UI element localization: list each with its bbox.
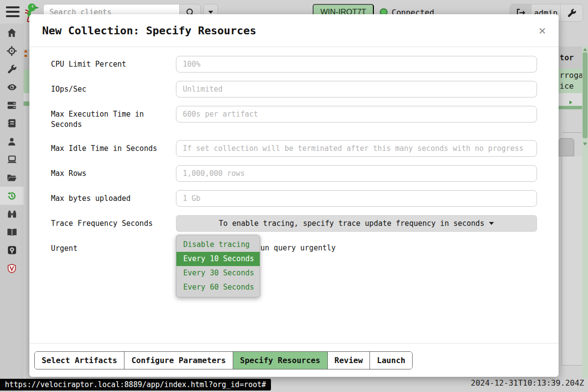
- page-scrollbar[interactable]: [582, 47, 588, 378]
- max-execution-time-input[interactable]: [176, 106, 537, 122]
- form-row-max-idle-time: Max Idle Time in Seconds: [51, 140, 537, 157]
- field-label: CPU Limit Percent: [51, 56, 176, 70]
- chevron-down-icon: [489, 222, 494, 225]
- sidebar-item-vfs[interactable]: [0, 150, 24, 169]
- field-label: Max Execution Time in Seconds: [51, 106, 176, 130]
- modal-header: New Collection: Specify Resources ✕: [29, 14, 559, 47]
- step-select-artifacts[interactable]: Select Artifacts: [35, 352, 124, 369]
- menu-item-every-60-seconds[interactable]: Every 60 Seconds: [176, 280, 260, 294]
- cpu-limit-input[interactable]: [176, 56, 537, 73]
- menu-toggle-icon[interactable]: [6, 6, 20, 17]
- bg-header-line-right: [563, 132, 582, 133]
- sidebar-item-server-artifacts[interactable]: [0, 96, 24, 114]
- scroll-down-icon[interactable]: [583, 143, 587, 146]
- field-label: IOps/Sec: [51, 81, 176, 95]
- bg-divider-left: [24, 101, 29, 106]
- form-row-urgent: Urgent Skip queues and run query urgentl…: [51, 240, 537, 254]
- wizard-footer: Select Artifacts Configure Parameters Sp…: [29, 343, 559, 377]
- sidebar-item-hunts[interactable]: [0, 42, 24, 60]
- wrench-icon: [7, 64, 17, 74]
- step-launch[interactable]: Launch: [369, 352, 412, 369]
- browser-status-url: https://velociraptor.local:8889/app/inde…: [0, 379, 271, 391]
- form-row-cpu-limit: CPU Limit Percent: [51, 56, 537, 73]
- form-row-max-rows: Max Rows: [51, 165, 537, 182]
- sidebar-item-flows-history[interactable]: [0, 187, 24, 205]
- sidebar-item-host-info[interactable]: [0, 132, 24, 150]
- trace-dropdown-label: To enable tracing, specify trace update …: [219, 219, 485, 228]
- field-label: Max bytes uploaded: [51, 190, 176, 204]
- sidebar-nav: [0, 24, 24, 392]
- settings-button[interactable]: [560, 4, 583, 21]
- eye-icon: [7, 83, 17, 91]
- sidebar-item-docs[interactable]: [0, 223, 24, 241]
- field-label: Urgent: [51, 240, 176, 254]
- chevron-down-icon: [208, 11, 213, 14]
- field-label: Max Idle Time in Seconds: [51, 140, 176, 154]
- bg-toolbar-left: [24, 93, 29, 101]
- bg-divider-right: [559, 106, 582, 109]
- new-collection-modal: New Collection: Specify Resources ✕ CPU …: [29, 14, 559, 377]
- step-review[interactable]: Review: [327, 352, 370, 369]
- max-bytes-input[interactable]: [176, 190, 537, 207]
- crosshairs-icon: [7, 46, 17, 56]
- badge-icon: [7, 245, 17, 255]
- sidebar-item-client-events[interactable]: [0, 205, 24, 223]
- sidebar-item-artifacts[interactable]: [0, 60, 24, 78]
- sidebar-item-community[interactable]: [0, 241, 24, 259]
- bg-dot: [24, 55, 27, 57]
- max-rows-input[interactable]: [176, 165, 537, 182]
- close-icon[interactable]: ✕: [539, 24, 546, 36]
- book-open-icon: [7, 228, 17, 237]
- step-specify-resources[interactable]: Specify Resources: [233, 352, 327, 369]
- bg-selected-row-left: [24, 70, 29, 93]
- form-row-max-bytes: Max bytes uploaded: [51, 190, 537, 207]
- sidebar-item-home[interactable]: [0, 24, 24, 42]
- field-label: Max Rows: [51, 165, 176, 179]
- field-label: Trace Frequency Seconds: [51, 215, 176, 229]
- address-book-icon: [7, 119, 16, 128]
- user-icon: [7, 137, 16, 146]
- home-icon: [7, 28, 17, 38]
- server-timestamp: 2024-12-31T10:13:39.204Z: [471, 378, 584, 388]
- folder-open-icon: [7, 173, 17, 182]
- scroll-up-icon[interactable]: [583, 48, 587, 51]
- sidebar-item-velociraptor[interactable]: [0, 259, 24, 277]
- bg-tab-right: [559, 138, 574, 156]
- max-idle-time-input[interactable]: [176, 140, 537, 157]
- trace-frequency-dropdown[interactable]: To enable tracing, specify trace update …: [176, 215, 537, 232]
- form-row-max-execution-time: Max Execution Time in Seconds: [51, 106, 537, 130]
- sidebar-item-server-events[interactable]: [0, 78, 24, 96]
- scrollbar-thumb[interactable]: [583, 52, 588, 138]
- form-row-iops: IOps/Sec: [51, 81, 537, 98]
- bg-row-fragment: ice: [560, 81, 574, 91]
- bg-panel-right: [562, 156, 582, 366]
- menu-item-every-10-seconds[interactable]: Every 10 Seconds: [176, 252, 260, 266]
- laptop-icon: [7, 155, 17, 164]
- menu-item-every-30-seconds[interactable]: Every 30 Seconds: [176, 266, 260, 280]
- resources-form: CPU Limit Percent IOps/Sec Max Execution…: [29, 47, 559, 343]
- server-icon: [7, 101, 17, 110]
- bg-table-header-right: tor: [559, 47, 582, 69]
- bg-dot: [24, 50, 27, 52]
- sidebar-item-notebooks[interactable]: [0, 114, 24, 132]
- wrench-icon: [567, 8, 576, 17]
- step-configure-parameters[interactable]: Configure Parameters: [124, 352, 233, 369]
- bg-play-icon: [569, 100, 572, 104]
- wizard-steps: Select Artifacts Configure Parameters Sp…: [34, 351, 413, 369]
- shield-icon: [7, 264, 16, 273]
- modal-title: New Collection: Specify Resources: [42, 24, 539, 37]
- bg-selected-row-right: rrogat ice: [559, 69, 582, 93]
- history-icon: [7, 191, 17, 201]
- iops-input[interactable]: [176, 81, 537, 98]
- bg-table-header-left: [24, 49, 29, 70]
- menu-item-disable-tracing[interactable]: Disable tracing: [176, 238, 260, 252]
- trace-frequency-menu: Disable tracing Every 10 Seconds Every 3…: [176, 235, 260, 297]
- sidebar-item-collected[interactable]: [0, 169, 24, 187]
- bg-toolbar-right: [559, 93, 582, 106]
- bg-header-fragment: tor: [560, 52, 574, 63]
- binoculars-icon: [7, 210, 17, 219]
- form-row-trace-frequency: Trace Frequency Seconds To enable tracin…: [51, 215, 537, 232]
